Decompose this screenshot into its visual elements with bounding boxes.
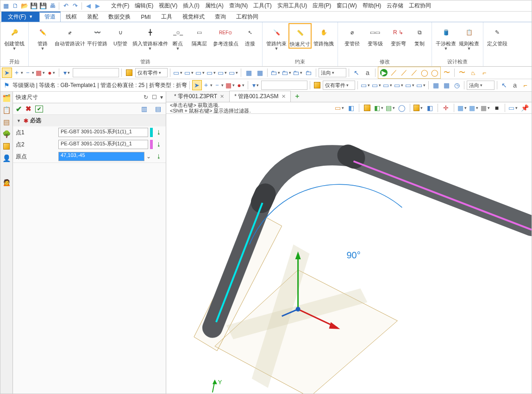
st-minus-icon[interactable]: －: [214, 80, 224, 90]
tb-line3-icon[interactable]: ／: [409, 68, 419, 78]
tb-view3-icon[interactable]: ▭: [195, 68, 205, 78]
vt-cube2-icon[interactable]: ◧: [374, 103, 384, 113]
panel-ok-icon[interactable]: ✔: [16, 105, 22, 113]
vt-origin-icon[interactable]: ✛: [441, 103, 451, 113]
btn-rule-check[interactable]: 📋规则检查▼: [458, 23, 480, 52]
vt-grid2-icon[interactable]: ▦: [469, 103, 479, 113]
play-run-icon[interactable]: ▶: [379, 68, 389, 78]
menu-app[interactable]: 应用(P): [310, 1, 333, 11]
tb-view2-icon[interactable]: ▭: [184, 68, 194, 78]
btn-copy[interactable]: ⧉复制: [410, 23, 429, 48]
vt-icon5[interactable]: ◧: [425, 103, 435, 113]
st-filter-icon[interactable]: ▾: [250, 80, 260, 90]
origin-pick-icon[interactable]: ⭳: [155, 152, 163, 161]
btn-insert-std[interactable]: ╋插入管路标准件▼: [132, 23, 168, 52]
qat-new-icon[interactable]: 🗋: [12, 2, 19, 10]
tb-view6-icon[interactable]: ▭: [228, 68, 238, 78]
tb-select-rect-icon[interactable]: ▦: [35, 68, 45, 78]
st-v1-icon[interactable]: ▭: [360, 80, 370, 90]
st-normal-select[interactable]: 法向: [467, 81, 494, 90]
btn-route[interactable]: ✏️管路▼: [31, 23, 54, 52]
btn-break[interactable]: ⎯⊙⎯断点▼: [169, 23, 187, 52]
menu-attr[interactable]: 属性(A): [203, 1, 226, 11]
vt-grid1-icon[interactable]: ▦: [457, 103, 467, 113]
panel-reload-icon[interactable]: ↻: [144, 94, 148, 100]
ribbon-tab-wire[interactable]: 线框: [61, 12, 82, 22]
btn-ref-conn[interactable]: REF⊙参考连接点: [211, 23, 240, 48]
tb-folder2-icon[interactable]: 🗀: [281, 68, 291, 78]
btn-iso[interactable]: ▭隔离层: [188, 23, 210, 48]
menu-insert[interactable]: 插入(I): [181, 1, 201, 11]
btn-interfere[interactable]: 🛢️干涉检查▼: [435, 23, 457, 52]
btn-utube[interactable]: ∪U型管: [109, 23, 131, 48]
btn-connect[interactable]: ➴连接: [241, 23, 259, 48]
tb-corner-icon[interactable]: ⌐: [479, 68, 489, 78]
vt-icon1[interactable]: ▭: [334, 103, 344, 113]
ribbon-tab-assemble[interactable]: 装配: [82, 12, 103, 22]
menu-help[interactable]: 帮助(H): [360, 1, 384, 11]
ribbon-tab-query[interactable]: 查询: [210, 12, 231, 22]
btn-create-route[interactable]: 🔑 创建管线▼: [3, 23, 25, 52]
vt-grid4-icon[interactable]: ■: [492, 103, 502, 113]
panel-apply-icon[interactable]: ✔: [35, 106, 43, 113]
tb-folder1-icon[interactable]: 🗀: [270, 68, 280, 78]
ribbon-tab-data[interactable]: 数据交换: [103, 12, 136, 22]
tb-box1-icon[interactable]: ▦: [244, 68, 254, 78]
btn-define-pipe[interactable]: ✎定义管段: [486, 23, 508, 48]
btn-change-grade[interactable]: ▭▭变等级: [364, 23, 386, 48]
st-arrow-icon[interactable]: ↖: [500, 80, 509, 90]
ribbon-tab-file[interactable]: 文件(F) ▼: [1, 12, 39, 22]
st-clock-icon[interactable]: ◷: [452, 80, 462, 90]
qat-saveas-icon[interactable]: 💾: [39, 2, 47, 10]
tb-view1-icon[interactable]: ▭: [173, 68, 183, 78]
st-v5-icon[interactable]: ▭: [405, 80, 415, 90]
tb-curve3-icon[interactable]: ⏢: [468, 68, 478, 78]
st-empty-select[interactable]: [261, 81, 307, 90]
ribbon-tab-pmi[interactable]: PMI: [136, 12, 156, 22]
status-flag-icon[interactable]: ⚑: [2, 80, 12, 90]
ribbon-tab-style[interactable]: 视觉样式: [177, 12, 210, 22]
pt1-pick-icon[interactable]: ⭳: [155, 128, 163, 137]
section-required-header[interactable]: ✱必选: [13, 115, 166, 126]
btn-change-bend[interactable]: R ↳变折弯: [387, 23, 409, 48]
close-icon[interactable]: ✕: [220, 94, 224, 100]
btn-auto-design[interactable]: ⸙自动管路设计: [55, 23, 85, 48]
st-v4-icon[interactable]: ▭: [394, 80, 404, 90]
menu-collab[interactable]: 工程协同: [407, 1, 433, 11]
st-sel-icon[interactable]: ▦: [225, 80, 235, 90]
tb-filter-icon[interactable]: ▾: [62, 68, 72, 78]
st-box1-icon[interactable]: ▦: [431, 80, 441, 90]
panel-extra2-icon[interactable]: ▤: [153, 104, 163, 114]
tb-folder3-icon[interactable]: 🗀: [292, 68, 302, 78]
menu-file[interactable]: 文件(F): [109, 1, 131, 11]
tb-circle2-icon[interactable]: ◯: [430, 68, 440, 78]
menu-view[interactable]: 视图(V): [156, 1, 180, 11]
qat-print-icon[interactable]: 🖶: [49, 2, 56, 10]
qat-redo-icon[interactable]: ↷: [71, 2, 79, 10]
st-dot-icon[interactable]: ●: [236, 80, 246, 90]
doc-tab-asm[interactable]: * 管路001.Z3ASM✕: [229, 91, 290, 102]
menu-query[interactable]: 查询(N): [227, 1, 250, 11]
st-v2-icon[interactable]: ▭: [371, 80, 382, 90]
menu-edit[interactable]: 编辑(E): [132, 1, 156, 11]
doc-tab-part[interactable]: * 零件001.Z3PRT✕: [169, 91, 229, 102]
tb-empty-select[interactable]: [73, 68, 119, 77]
btn-quick-dim[interactable]: 📏快速尺寸: [288, 23, 312, 49]
pt2-input[interactable]: PE-GBT 3091-2015-系列1(2)_1: [58, 140, 148, 149]
tb-line2-icon[interactable]: ／: [399, 68, 409, 78]
st-add-icon[interactable]: ＋: [203, 80, 213, 90]
btn-route-drag[interactable]: ✋管路拖拽: [313, 23, 335, 48]
st-cube-icon[interactable]: [313, 80, 322, 90]
tb-circle1-icon[interactable]: ◯: [419, 68, 430, 78]
origin-input[interactable]: 47,103,-45: [58, 152, 144, 161]
side-other-icon[interactable]: ▤: [2, 118, 11, 127]
panel-close-icon[interactable]: ▾: [160, 94, 163, 100]
menu-util[interactable]: 实用工具(U): [275, 1, 310, 11]
vt-grid3-icon[interactable]: ▦: [480, 103, 490, 113]
close-icon[interactable]: ✕: [282, 94, 286, 100]
qat-nav-fwd-icon[interactable]: ▶: [94, 2, 101, 10]
ribbon-tab-pipe[interactable]: 管道: [39, 12, 61, 22]
tb-arrow-icon[interactable]: ↖: [351, 68, 362, 78]
vt-icon3[interactable]: ▤: [385, 103, 395, 113]
st-only-parts-select[interactable]: 仅有零件: [323, 81, 355, 90]
